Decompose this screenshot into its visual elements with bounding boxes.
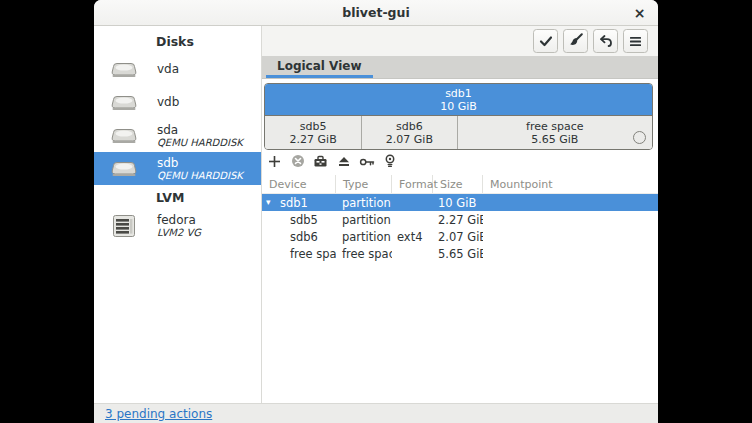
menu-button[interactable] xyxy=(623,29,648,53)
menu-icon xyxy=(629,32,642,51)
viz-partition-sdb6[interactable]: sdb62.07 GiB xyxy=(361,116,456,149)
cell-type: free space xyxy=(336,247,392,261)
viz-partition-sdb5[interactable]: sdb52.27 GiB xyxy=(265,116,361,149)
sidebar-item-vdb[interactable]: vdb xyxy=(94,86,261,119)
disk-visualization-children: sdb52.27 GiBsdb62.07 GiBfree space5.65 G… xyxy=(265,115,652,149)
key-icon xyxy=(359,153,375,172)
undo-button[interactable] xyxy=(593,29,618,53)
cell-size: 10 GiB xyxy=(433,196,483,210)
check-icon xyxy=(539,32,553,51)
table-row-sdb1[interactable]: ▾sdb1partition10 GiB xyxy=(262,194,658,211)
main-panel: Logical View sdb1 10 GiB sdb52.27 GiBsdb… xyxy=(262,26,658,403)
remove-icon xyxy=(291,153,305,172)
eject-icon xyxy=(337,153,351,172)
table-header: DeviceTypeFormatSizeMountpoint xyxy=(262,175,658,194)
device-model: QEMU HARDDISK xyxy=(157,137,243,148)
add-icon xyxy=(268,153,281,172)
column-header-mountpoint[interactable]: Mountpoint xyxy=(483,175,658,193)
cell-device: ▾sdb1 xyxy=(262,196,336,210)
device-model: LVM2 VG xyxy=(157,227,201,238)
device-name: vda xyxy=(157,63,179,76)
column-header-type[interactable]: Type xyxy=(336,175,392,193)
cell-format: ext4 xyxy=(392,230,433,244)
lvm-icon xyxy=(107,213,140,239)
expander-icon[interactable]: ▾ xyxy=(266,198,276,207)
viz-partition-name: sdb5 xyxy=(300,120,327,133)
device-name: fedora xyxy=(157,214,201,227)
cell-device: sdb5 xyxy=(262,213,336,227)
viz-partition-name: sdb6 xyxy=(396,120,423,133)
disk-visualization: sdb1 10 GiB sdb52.27 GiBsdb62.07 GiBfree… xyxy=(264,83,653,150)
window-body: DisksvdavdbsdaQEMU HARDDISKsdbQEMU HARDD… xyxy=(94,26,658,403)
device-name: sda xyxy=(157,124,243,137)
cell-type: partition xyxy=(336,230,392,244)
disk-icon xyxy=(107,60,140,79)
viz-partition-name: sdb1 xyxy=(445,87,472,100)
sidebar-section-lvm: LVM xyxy=(94,185,261,209)
tab-label: Logical View xyxy=(277,59,362,73)
partition-info-button[interactable] xyxy=(382,155,397,171)
blivet-gui-window: blivet-gui × DisksvdavdbsdaQEMU HARDDISK… xyxy=(94,0,658,423)
sidebar-item-fedora[interactable]: fedoraLVM2 VG xyxy=(94,209,261,242)
table-row-sdb5[interactable]: sdb5partition2.27 GiB xyxy=(262,211,658,228)
sidebar-item-sda[interactable]: sdaQEMU HARDDISK xyxy=(94,119,261,152)
viz-partition-size: 2.07 GiB xyxy=(386,133,433,146)
undo-icon xyxy=(599,32,613,51)
cell-type: partition xyxy=(336,196,392,210)
cell-size: 5.65 GiB xyxy=(433,247,483,261)
viz-partition-name: free space xyxy=(526,120,583,133)
process-actions-button[interactable] xyxy=(533,29,558,53)
viz-partition-free-space[interactable]: free space5.65 GiB xyxy=(457,116,652,149)
partition-radio[interactable] xyxy=(633,131,646,144)
viz-partition-size: 10 GiB xyxy=(440,100,477,113)
cell-type: partition xyxy=(336,213,392,227)
statusbar: 3 pending actions xyxy=(94,403,658,423)
cell-size: 2.27 GiB xyxy=(433,213,483,227)
clear-actions-button[interactable] xyxy=(563,29,588,53)
device-content: sdb1 10 GiB sdb52.27 GiBsdb62.07 GiBfree… xyxy=(262,79,658,403)
close-button[interactable]: × xyxy=(629,2,650,23)
sidebar-item-sdb[interactable]: sdbQEMU HARDDISK xyxy=(94,152,261,185)
column-header-format[interactable]: Format xyxy=(392,175,433,193)
edit-partition-button[interactable] xyxy=(313,155,328,171)
table-row-free-space[interactable]: free spacefree space5.65 GiB xyxy=(262,245,658,262)
cell-size: 2.07 GiB xyxy=(433,230,483,244)
viz-partition-size: 5.65 GiB xyxy=(531,133,578,146)
partition-actionbar xyxy=(262,150,658,175)
column-header-size[interactable]: Size xyxy=(433,175,483,193)
cell-device: free space xyxy=(262,247,336,261)
device-name: vdb xyxy=(157,96,179,109)
brush-icon xyxy=(569,32,583,51)
window-title: blivet-gui xyxy=(342,5,409,20)
pending-actions-link[interactable]: 3 pending actions xyxy=(105,407,212,421)
unmount-button[interactable] xyxy=(336,155,351,171)
disk-icon xyxy=(107,93,140,112)
column-header-device[interactable]: Device xyxy=(262,175,336,193)
lamp-icon xyxy=(384,153,396,172)
sidebar-item-vda[interactable]: vda xyxy=(94,53,261,86)
titlebar: blivet-gui × xyxy=(94,0,658,26)
device-name: sdb xyxy=(157,157,243,170)
viz-partition-sdb1[interactable]: sdb1 10 GiB xyxy=(265,84,652,115)
table-row-sdb6[interactable]: sdb6partitionext42.07 GiB xyxy=(262,228,658,245)
sidebar-section-disks: Disks xyxy=(94,29,261,53)
tab-logical-view[interactable]: Logical View xyxy=(266,56,373,78)
cell-device: sdb6 xyxy=(262,230,336,244)
remove-partition-button[interactable] xyxy=(290,155,305,171)
toolbox-icon xyxy=(313,153,328,172)
disk-icon xyxy=(107,126,140,145)
table-body: ▾sdb1partition10 GiBsdb5partition2.27 Gi… xyxy=(262,194,658,262)
add-partition-button[interactable] xyxy=(267,155,282,171)
tab-strip: Logical View xyxy=(262,56,658,79)
sidebar-list: DisksvdavdbsdaQEMU HARDDISKsdbQEMU HARDD… xyxy=(94,26,262,403)
device-model: QEMU HARDDISK xyxy=(157,170,243,181)
header-toolbar xyxy=(262,26,658,56)
decrypt-button[interactable] xyxy=(359,155,374,171)
viz-partition-size: 2.27 GiB xyxy=(290,133,337,146)
disk-icon xyxy=(107,159,140,178)
